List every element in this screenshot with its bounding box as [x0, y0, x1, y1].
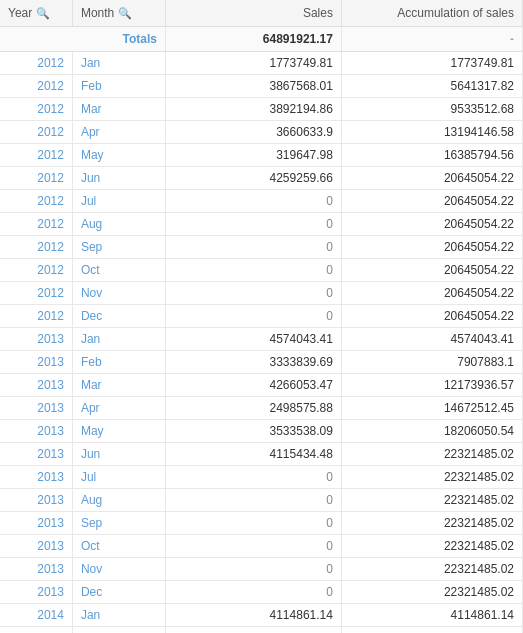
cell-month: Jun [72, 167, 165, 190]
cell-sales: 0 [166, 558, 342, 581]
cell-accum: 20645054.22 [341, 167, 522, 190]
cell-sales: 0 [166, 190, 342, 213]
table-row: 2013 Dec 0 22321485.02 [0, 581, 523, 604]
month-search-icon[interactable]: 🔍 [118, 7, 130, 19]
cell-accum: 14672512.45 [341, 397, 522, 420]
cell-year: 2012 [0, 98, 72, 121]
year-search-icon[interactable]: 🔍 [36, 7, 48, 19]
cell-sales: 319647.98 [166, 144, 342, 167]
cell-year: 2014 [0, 604, 72, 627]
table-row: 2013 Feb 3333839.69 7907883.1 [0, 351, 523, 374]
cell-sales: 3867568.01 [166, 75, 342, 98]
cell-sales: 4259259.66 [166, 167, 342, 190]
cell-month: Jul [72, 190, 165, 213]
cell-month: Sep [72, 512, 165, 535]
cell-year: 2012 [0, 52, 72, 75]
cell-accum: 4114861.14 [341, 604, 522, 627]
cell-month: Jan [72, 604, 165, 627]
cell-month: Nov [72, 282, 165, 305]
table-row: 2014 Jan 4114861.14 4114861.14 [0, 604, 523, 627]
cell-year: 2012 [0, 190, 72, 213]
cell-accum: 20645054.22 [341, 305, 522, 328]
table-row: 2012 Nov 0 20645054.22 [0, 282, 523, 305]
cell-year: 2013 [0, 535, 72, 558]
cell-month: Mar [72, 374, 165, 397]
table-row: 2012 Apr 3660633.9 13194146.58 [0, 121, 523, 144]
table-row: 2012 Sep 0 20645054.22 [0, 236, 523, 259]
year-label: Year [8, 6, 32, 20]
cell-year: 2013 [0, 489, 72, 512]
cell-year: 2013 [0, 443, 72, 466]
col-year-header[interactable]: Year 🔍 [0, 0, 72, 27]
cell-sales: 3892194.86 [166, 98, 342, 121]
cell-accum: 22321485.02 [341, 443, 522, 466]
cell-sales: 0 [166, 512, 342, 535]
table-row: 2013 Jan 4574043.41 4574043.41 [0, 328, 523, 351]
cell-year: 2013 [0, 397, 72, 420]
cell-month: Jul [72, 466, 165, 489]
table-row: 2012 May 319647.98 16385794.56 [0, 144, 523, 167]
col-month-header[interactable]: Month 🔍 [72, 0, 165, 27]
cell-accum: 22321485.02 [341, 512, 522, 535]
cell-accum: 7907883.1 [341, 351, 522, 374]
cell-sales: 3333839.69 [166, 351, 342, 374]
cell-sales: 3533538.09 [166, 420, 342, 443]
cell-month: May [72, 420, 165, 443]
cell-month: Feb [72, 75, 165, 98]
cell-sales: 0 [166, 259, 342, 282]
totals-label: Totals [0, 27, 166, 52]
cell-year: 2012 [0, 121, 72, 144]
cell-accum: 16385794.56 [341, 144, 522, 167]
cell-month: Mar [72, 98, 165, 121]
cell-accum: 12173936.57 [341, 374, 522, 397]
cell-year: 2012 [0, 167, 72, 190]
cell-sales: 0 [166, 236, 342, 259]
cell-sales: 2498575.88 [166, 397, 342, 420]
cell-month: Dec [72, 305, 165, 328]
cell-year: 2012 [0, 75, 72, 98]
sales-label: Sales [303, 6, 333, 20]
cell-sales: 0 [166, 581, 342, 604]
cell-year: 2013 [0, 558, 72, 581]
table-row: 2012 Oct 0 20645054.22 [0, 259, 523, 282]
cell-month: Oct [72, 259, 165, 282]
cell-year: 2013 [0, 374, 72, 397]
table-row: 2012 Mar 3892194.86 9533512.68 [0, 98, 523, 121]
cell-accum: 13194146.58 [341, 121, 522, 144]
cell-month: Apr [72, 397, 165, 420]
cell-year: 2013 [0, 581, 72, 604]
table-row: 2012 Aug 0 20645054.22 [0, 213, 523, 236]
table-row: 2013 Nov 0 22321485.02 [0, 558, 523, 581]
cell-sales: 0 [166, 305, 342, 328]
table-row: 2012 Feb 3867568.01 5641317.82 [0, 75, 523, 98]
totals-accum: - [341, 27, 522, 52]
table-row: 2013 Jun 4115434.48 22321485.02 [0, 443, 523, 466]
table-row: 2013 Mar 4266053.47 12173936.57 [0, 374, 523, 397]
cell-month: Jan [72, 52, 165, 75]
table-row: 2013 May 3533538.09 18206050.54 [0, 420, 523, 443]
table-row: 2013 Sep 0 22321485.02 [0, 512, 523, 535]
col-accum-header: Accumulation of sales [341, 0, 522, 27]
cell-year: 2012 [0, 282, 72, 305]
cell-sales: 1773749.81 [166, 52, 342, 75]
cell-accum: 20645054.22 [341, 259, 522, 282]
table-row: 2013 Jul 0 22321485.02 [0, 466, 523, 489]
cell-month: Apr [72, 121, 165, 144]
table-row: 2013 Oct 0 22321485.02 [0, 535, 523, 558]
cell-year: 2012 [0, 144, 72, 167]
cell-month: Aug [72, 489, 165, 512]
cell-sales: 4266053.47 [166, 374, 342, 397]
cell-accum: 22321485.02 [341, 535, 522, 558]
cell-month: Jun [72, 443, 165, 466]
cell-month: Nov [72, 558, 165, 581]
cell-sales: 0 [166, 489, 342, 512]
table-row: 2013 Apr 2498575.88 14672512.45 [0, 397, 523, 420]
table-row: 2012 Jun 4259259.66 20645054.22 [0, 167, 523, 190]
cell-sales: 4115434.48 [166, 443, 342, 466]
cell-month: Feb [72, 627, 165, 634]
cell-accum: 20645054.22 [341, 282, 522, 305]
totals-sales: 64891921.17 [166, 27, 342, 52]
table-row: 2012 Jul 0 20645054.22 [0, 190, 523, 213]
col-sales-header: Sales [166, 0, 342, 27]
cell-sales: 3660633.9 [166, 121, 342, 144]
